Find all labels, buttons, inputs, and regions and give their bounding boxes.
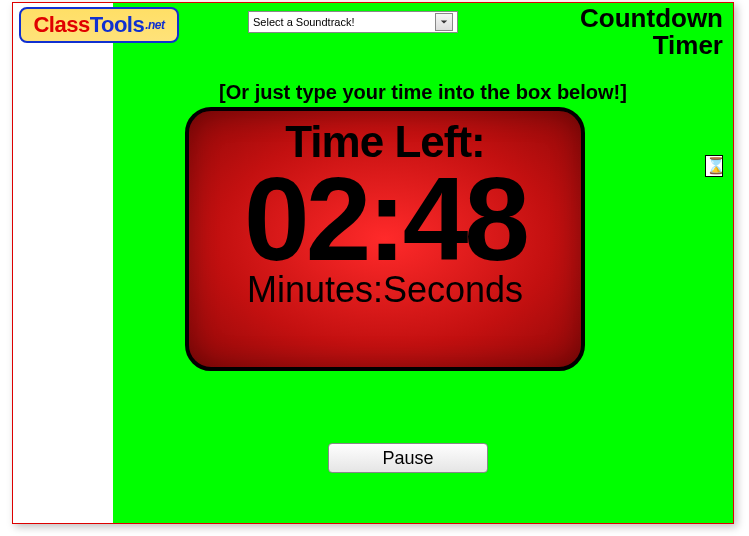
left-margin (13, 3, 113, 523)
logo-part1: Class (33, 12, 89, 38)
logo-part2: Tools (90, 12, 145, 38)
timer-units: Minutes:Seconds (189, 269, 581, 311)
hourglass-icon: ⌛ (705, 155, 723, 177)
chevron-down-icon (435, 13, 453, 31)
pause-button[interactable]: Pause (328, 443, 488, 473)
instruction-text: [Or just type your time into the box bel… (113, 81, 733, 104)
logo-suffix: .net (145, 18, 164, 32)
app-title: Countdown Timer (580, 5, 723, 60)
timer-display[interactable]: Time Left: 02:48 Minutes:Seconds (185, 107, 585, 371)
app-title-line1: Countdown (580, 5, 723, 32)
timer-value: 02:48 (189, 163, 581, 275)
stage: Select a Soundtrack! Countdown Timer [Or… (113, 3, 733, 523)
soundtrack-select[interactable]: Select a Soundtrack! (248, 11, 458, 33)
app-window: Select a Soundtrack! Countdown Timer [Or… (12, 2, 734, 524)
classtools-logo[interactable]: ClassTools.net (19, 7, 179, 43)
soundtrack-placeholder: Select a Soundtrack! (253, 16, 355, 28)
app-title-line2: Timer (580, 32, 723, 59)
